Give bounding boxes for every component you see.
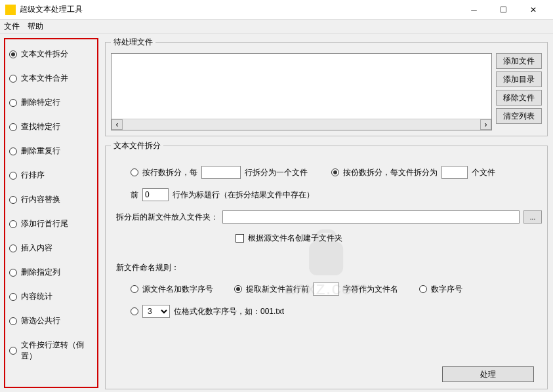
close-button[interactable]: ✕ [518,0,548,19]
sidebar-item-label: 查找特定行 [21,121,60,132]
add-dir-button[interactable]: 添加目录 [496,71,542,87]
sidebar-item-2[interactable]: 删除特定行 [7,90,96,115]
remove-file-button[interactable]: 移除文件 [496,90,542,106]
subdir-checkbox[interactable] [236,234,244,243]
horizontal-scrollbar[interactable]: ‹ › [112,119,491,130]
file-list[interactable]: ‹ › [111,53,492,130]
sidebar: 文本文件拆分文本文件合并删除特定行查找特定行删除重复行行排序行内容替换添加行首行… [0,34,102,392]
radio-icon [9,347,17,355]
scroll-right-icon[interactable]: › [480,119,491,130]
sidebar-item-5[interactable]: 行排序 [7,163,96,187]
by-count-label-post: 个文件 [472,167,495,178]
menu-file[interactable]: 文件 [4,21,20,32]
sidebar-item-1[interactable]: 文本文件合并 [7,66,96,90]
titlebar: 超级文本处理工具 ─ ☐ ✕ [0,0,553,20]
sidebar-item-label: 文件按行逆转（倒置） [21,340,93,362]
maximize-button[interactable]: ☐ [489,0,518,19]
by-lines-input[interactable] [201,166,241,179]
radio-naming-digits[interactable] [419,285,427,293]
sidebar-item-10[interactable]: 内容统计 [7,284,96,309]
sidebar-item-label: 筛选公共行 [21,315,60,326]
scroll-left-icon[interactable]: ‹ [112,119,123,130]
sidebar-item-label: 删除重复行 [21,146,60,157]
sidebar-item-label: 文本文件拆分 [21,49,68,60]
by-count-input[interactable] [441,166,468,179]
sidebar-item-6[interactable]: 行内容替换 [7,187,96,212]
outdir-label: 拆分后的新文件放入文件夹： [116,212,218,223]
sidebar-item-12[interactable]: 文件按行逆转（倒置） [7,333,96,368]
app-icon [5,5,16,15]
menu-help[interactable]: 帮助 [28,21,43,32]
sidebar-item-label: 添加行首行尾 [21,218,68,229]
sidebar-item-label: 删除特定行 [21,97,60,108]
split-options-group: 文本文件拆分 anxz.com 按行数拆分，每 行拆分为一个文件 按份数拆分，每… [105,140,548,389]
radio-icon [9,50,17,58]
minimize-button[interactable]: ─ [459,0,489,19]
naming-extract-input[interactable] [313,283,339,296]
sidebar-item-7[interactable]: 添加行首行尾 [7,212,96,236]
radio-icon [9,147,17,155]
menubar: 文件 帮助 [0,20,553,34]
pending-files-group: 待处理文件 ‹ › 添加文件 添加目录 移除文件 清空列表 [105,37,548,136]
sidebar-item-label: 插入内容 [21,243,52,254]
sidebar-item-label: 删除指定列 [21,267,60,278]
by-lines-label-post: 行拆分为一个文件 [245,167,308,178]
radio-icon [9,123,17,131]
radio-naming-extract[interactable] [234,285,242,293]
radio-icon [9,75,17,83]
radio-by-lines[interactable] [131,168,138,176]
pending-files-legend: 待处理文件 [111,37,155,48]
radio-icon [9,293,17,301]
sidebar-item-label: 行内容替换 [21,194,60,205]
naming-label: 新文件命名规则： [116,262,179,273]
radio-naming-src[interactable] [131,285,138,293]
radio-by-count[interactable] [331,168,339,176]
process-button[interactable]: 处理 [442,366,534,382]
radio-icon [9,269,17,277]
radio-icon [9,99,17,107]
format-label-post: 位格式化数字序号，如：001.txt [174,306,284,317]
radio-naming-format[interactable] [131,307,138,315]
sidebar-item-3[interactable]: 查找特定行 [7,115,96,139]
window-title: 超级文本处理工具 [20,4,459,15]
naming-opt2-post: 字符作为文件名 [343,284,398,295]
sidebar-item-11[interactable]: 筛选公共行 [7,309,96,333]
sidebar-item-9[interactable]: 删除指定列 [7,260,96,284]
header-label-post: 行作为标题行（在拆分结果文件中存在） [173,189,314,201]
split-options-legend: 文本文件拆分 [111,140,163,151]
sidebar-item-0[interactable]: 文本文件拆分 [7,42,96,66]
by-lines-label-pre: 按行数拆分，每 [142,167,197,178]
naming-opt2-pre: 提取新文件首行前 [246,284,309,295]
radio-icon [9,196,17,204]
header-label-pre: 前 [131,189,138,201]
header-lines-input[interactable] [142,188,169,201]
browse-button[interactable]: ... [523,210,542,224]
clear-list-button[interactable]: 清空列表 [496,108,542,124]
by-count-label-pre: 按份数拆分，每文件拆分为 [343,167,438,178]
radio-icon [9,317,17,325]
sidebar-item-label: 内容统计 [21,291,52,302]
naming-opt1: 源文件名加数字序号 [142,284,213,295]
sidebar-item-label: 文本文件合并 [21,73,68,84]
radio-icon [9,172,17,180]
format-digits-select[interactable]: 3 [142,305,170,318]
subdir-label: 根据源文件名创建子文件夹 [248,233,342,244]
radio-icon [9,220,17,228]
naming-opt3: 数字序号 [431,284,462,295]
add-file-button[interactable]: 添加文件 [496,53,542,69]
radio-icon [9,245,17,252]
sidebar-item-label: 行排序 [21,170,45,181]
sidebar-item-4[interactable]: 删除重复行 [7,139,96,163]
sidebar-item-8[interactable]: 插入内容 [7,236,96,260]
outdir-input[interactable] [222,210,520,224]
